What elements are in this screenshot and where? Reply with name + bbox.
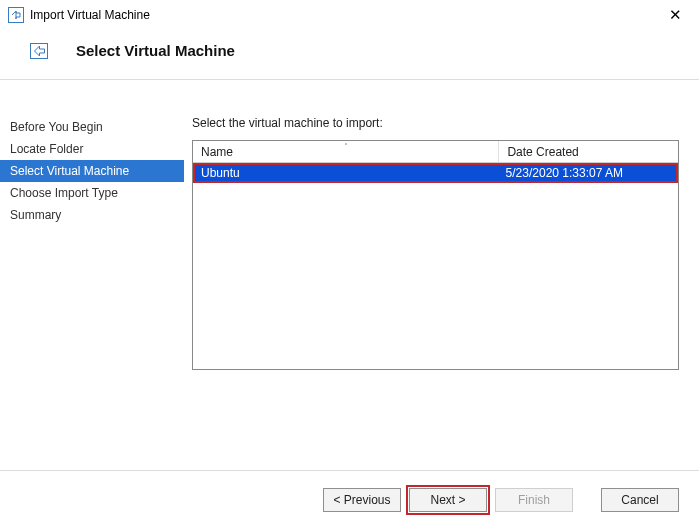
table-header: Name ˄ Date Created — [193, 141, 678, 163]
previous-button[interactable]: < Previous — [323, 488, 401, 512]
page-title: Select Virtual Machine — [76, 42, 235, 59]
step-before-you-begin[interactable]: Before You Begin — [0, 116, 184, 138]
finish-button: Finish — [495, 488, 573, 512]
wizard-content: Select the virtual machine to import: Na… — [184, 106, 699, 470]
app-icon — [8, 7, 24, 23]
instruction-text: Select the virtual machine to import: — [192, 116, 679, 130]
sort-asc-icon: ˄ — [344, 142, 348, 151]
column-name[interactable]: Name ˄ — [193, 141, 499, 162]
wizard-footer: < Previous Next > Finish Cancel — [0, 470, 699, 528]
cell-date-created: 5/23/2020 1:33:07 AM — [500, 165, 676, 181]
column-name-label: Name — [201, 145, 233, 159]
title-bar: Import Virtual Machine ✕ — [0, 0, 699, 30]
column-date-created[interactable]: Date Created — [499, 141, 678, 162]
window-title: Import Virtual Machine — [30, 8, 655, 22]
step-locate-folder[interactable]: Locate Folder — [0, 138, 184, 160]
cancel-button[interactable]: Cancel — [601, 488, 679, 512]
column-date-label: Date Created — [507, 145, 578, 159]
step-choose-import-type[interactable]: Choose Import Type — [0, 182, 184, 204]
step-summary[interactable]: Summary — [0, 204, 184, 226]
step-select-virtual-machine[interactable]: Select Virtual Machine — [0, 160, 184, 182]
wizard-steps: Before You Begin Locate Folder Select Vi… — [0, 106, 184, 470]
wizard-header: Select Virtual Machine — [0, 30, 699, 80]
import-icon — [30, 43, 48, 59]
close-button[interactable]: ✕ — [655, 0, 695, 30]
vm-table: Name ˄ Date Created Ubuntu 5/23/2020 1:3… — [192, 140, 679, 370]
table-row[interactable]: Ubuntu 5/23/2020 1:33:07 AM — [193, 163, 678, 183]
wizard-body: Before You Begin Locate Folder Select Vi… — [0, 106, 699, 470]
cell-name: Ubuntu — [195, 165, 500, 181]
next-button[interactable]: Next > — [409, 488, 487, 512]
